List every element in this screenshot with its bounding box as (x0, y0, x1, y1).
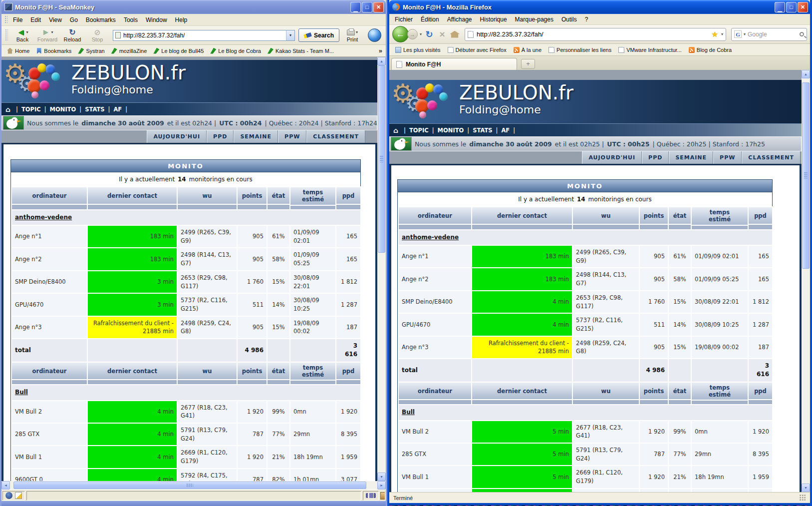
zebulon-logo[interactable]: ⚙ ⚙ (391, 80, 455, 122)
stats-tab[interactable]: SEMAINE (234, 130, 278, 143)
nav-link[interactable]: AF (493, 127, 510, 134)
nav-link-label[interactable]: MONITO (50, 106, 76, 113)
group-link[interactable]: anthome-vedene (402, 234, 459, 241)
stats-tab[interactable]: PPW (278, 130, 306, 143)
nav-link-label[interactable]: STATS (85, 106, 104, 113)
reload-button[interactable]: ↻ Reload (60, 26, 84, 44)
menu-item[interactable]: Historique (476, 14, 511, 24)
url-dropdown-icon[interactable]: ▾ (721, 32, 723, 36)
menu-item[interactable]: Outils (557, 14, 581, 24)
menu-item[interactable]: Marque-pages (511, 14, 557, 24)
url-bar[interactable]: http://82.235.37.32/fah/ ▾ (113, 30, 295, 41)
composer-icon[interactable] (15, 492, 22, 499)
online-status[interactable] (363, 491, 379, 501)
url-text[interactable]: http://82.235.37.32/fah/ (123, 32, 185, 39)
close-button[interactable]: ✕ (798, 2, 808, 12)
stop-button[interactable]: ⊘ Stop (85, 26, 109, 44)
zebulon-logo[interactable]: ⚙ ⚙ (3, 60, 67, 102)
maximize-button[interactable]: □ (786, 2, 797, 12)
nav-link-label[interactable]: TOPIC (409, 127, 429, 134)
nav-link[interactable]: STATS (464, 127, 492, 134)
menu-item[interactable]: Bookmarks (82, 15, 120, 25)
url-dropdown-button[interactable]: ▾ (286, 30, 294, 40)
close-button[interactable]: ✕ (373, 2, 384, 12)
nav-link-label[interactable]: AF (113, 106, 122, 113)
bookmark-item[interactable]: À la une (511, 46, 544, 54)
stats-tab[interactable]: PPD (207, 130, 234, 143)
toolbar-grippy[interactable] (5, 29, 8, 42)
scrollbar-thumb[interactable] (378, 65, 385, 253)
scrollbar-thumb[interactable] (802, 82, 810, 269)
home-icon[interactable]: ⌂ (393, 127, 398, 134)
scrollbar-track[interactable] (377, 65, 386, 473)
minimize-button[interactable]: ▁ (350, 2, 361, 12)
scroll-up-button[interactable]: ▲ (377, 57, 386, 65)
menu-item[interactable]: Edit (26, 15, 45, 25)
scroll-down-button[interactable]: ▼ (802, 484, 810, 492)
nav-link-label[interactable]: STATS (473, 127, 492, 134)
new-tab-button[interactable]: + (521, 59, 535, 69)
url-bar[interactable]: http://82.235.37.32/fah/ ★ ▾ (465, 28, 726, 41)
vertical-scrollbar[interactable]: ▲ ▼ (802, 70, 810, 492)
scrollbar-track[interactable] (10, 481, 377, 490)
group-link[interactable]: anthome-vedene (15, 214, 72, 221)
bookmark-item[interactable]: Home (4, 47, 32, 55)
horizontal-scrollbar[interactable]: ◄ ► (1, 481, 386, 490)
menu-item[interactable]: Affichage (443, 14, 476, 24)
forward-button[interactable]: → (407, 29, 418, 39)
nav-link-label[interactable]: AF (501, 127, 510, 134)
search-placeholder[interactable]: Google (748, 31, 767, 38)
bookmark-item[interactable]: Le blog de Bull45 (150, 47, 207, 55)
tab-monito[interactable]: Monito F@H (391, 58, 517, 70)
menu-item[interactable]: ? (581, 14, 592, 24)
back-dropdown-icon[interactable]: ▾ (26, 30, 28, 34)
menu-item[interactable]: Tools (120, 15, 142, 25)
print-dropdown-icon[interactable]: ▾ (356, 30, 358, 34)
navigator-icon[interactable] (5, 492, 12, 499)
back-button[interactable]: ◄▾ Back (10, 26, 34, 44)
bookmark-item[interactable]: mozillaZine (108, 47, 150, 55)
bookmark-item[interactable]: VMware Infrastructur... (615, 46, 685, 54)
menu-item[interactable]: Window (142, 15, 171, 25)
group-link[interactable]: Bull (402, 409, 415, 416)
bookmark-item[interactable]: Personnaliser les liens (545, 46, 614, 54)
back-button[interactable]: ← (392, 26, 409, 42)
nav-link[interactable]: MONITO (41, 106, 76, 113)
bookmark-item[interactable]: Kakao Stats - Team M... (265, 47, 337, 55)
nav-link-label[interactable]: TOPIC (21, 106, 41, 113)
menu-item[interactable]: Help (171, 15, 192, 25)
menu-item[interactable]: View (45, 15, 66, 25)
print-button[interactable]: ▾ Print (340, 26, 364, 44)
nav-link[interactable]: MONITO (429, 127, 464, 134)
stats-tab[interactable]: CLASSEMENT (306, 130, 365, 143)
menu-item[interactable]: Go (66, 15, 82, 25)
menu-item[interactable]: Édition (417, 14, 443, 24)
search-box[interactable]: G ▾ Google (731, 28, 807, 41)
stats-tab[interactable]: CLASSEMENT (742, 151, 801, 164)
search-button[interactable]: Search (298, 28, 339, 42)
nav-link-label[interactable]: MONITO (438, 127, 464, 134)
bookmark-item[interactable]: Systran (75, 47, 107, 55)
forward-button[interactable]: ►▾ Forward (35, 26, 59, 44)
menu-item[interactable]: Fichier (391, 14, 417, 24)
titlebar[interactable]: Monito F@H - Mozilla Firefox ▁ □ ✕ (389, 0, 810, 14)
nav-link[interactable]: STATS (76, 106, 104, 113)
bookmark-item[interactable]: Bookmarks (33, 47, 74, 55)
stats-tab[interactable]: AUJOURD'HUI (582, 151, 642, 164)
scrollbar-thumb[interactable] (13, 482, 366, 489)
scroll-right-button[interactable]: ► (377, 481, 386, 490)
bookmark-item[interactable]: Débuter avec Firefox (445, 46, 510, 54)
seamonkey-logo-icon[interactable] (368, 28, 381, 42)
url-text[interactable]: http://82.235.37.32/fah/ (477, 30, 543, 38)
resize-grip[interactable] (800, 495, 806, 501)
toolbar-grippy[interactable] (4, 15, 7, 23)
reload-button[interactable]: ↻ (424, 30, 435, 39)
group-link[interactable]: Bull (15, 389, 28, 396)
bookmark-star-icon[interactable]: ★ (712, 30, 718, 39)
scroll-left-button[interactable]: ◄ (1, 481, 10, 490)
titlebar[interactable]: Monito F@H - SeaMonkey ▁ □ ✕ (1, 0, 386, 14)
stats-tab[interactable]: PPD (642, 151, 669, 164)
search-engine-dropdown-icon[interactable]: ▾ (744, 32, 746, 36)
stats-tab[interactable]: PPW (713, 151, 742, 164)
maximize-button[interactable]: □ (362, 2, 372, 12)
